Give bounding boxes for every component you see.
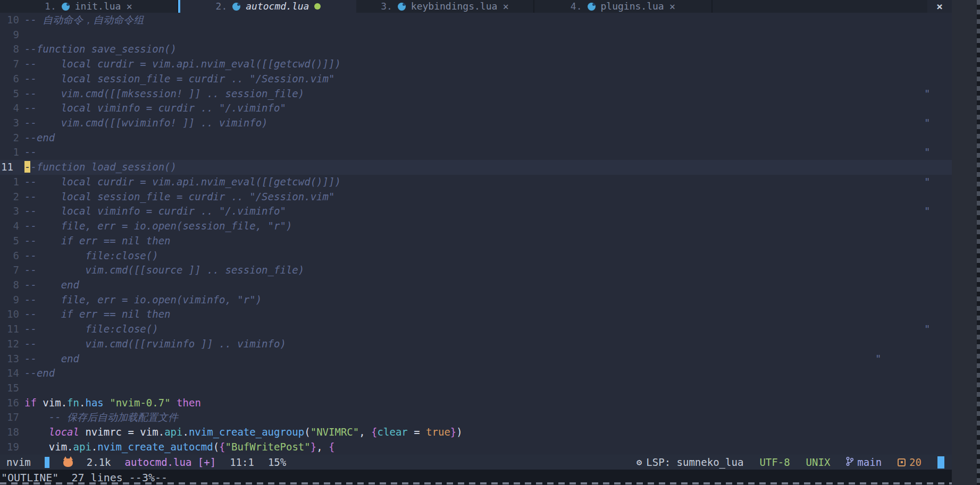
eol-quote-mark: " xyxy=(924,87,930,101)
token: -- xyxy=(24,146,37,158)
line-number: 14 xyxy=(0,366,19,381)
code-text: -- vim.cmd([[mksession! ]] .. session_fi… xyxy=(19,87,304,101)
code-line[interactable]: 7-- vim.cmd([[source ]] .. session_file) xyxy=(0,263,952,278)
file-encoding: UTF-8 xyxy=(759,455,790,470)
token: nvim_create_autocmd xyxy=(97,441,213,453)
token: -- file:close() xyxy=(24,323,158,335)
status-line: nvim2.1kautocmd.lua [+]11:115% ⚙LSP: sum… xyxy=(0,455,952,470)
code-line[interactable]: 10-- 自动命令，自动命令组 xyxy=(0,13,952,28)
scrollbar[interactable] xyxy=(977,0,980,485)
code-text: --end xyxy=(19,366,55,381)
code-text: -- end xyxy=(19,278,79,293)
code-text: --function load_session() xyxy=(19,160,177,175)
line-number: 2 xyxy=(0,190,19,205)
token: -- file, err = io.open(viminfo, "r") xyxy=(24,294,262,305)
statusline-left: nvim2.1kautocmd.lua [+]11:115% xyxy=(0,455,286,470)
code-line[interactable]: 1--" xyxy=(0,145,952,160)
line-number: 1 xyxy=(0,145,19,160)
code-text: --function save_session() xyxy=(19,42,177,57)
code-line[interactable]: 13-- end" xyxy=(0,352,952,367)
line-number: 8 xyxy=(0,42,19,57)
cat-icon xyxy=(63,458,73,467)
code-line[interactable]: 15 xyxy=(0,381,952,396)
code-line[interactable]: 6-- file:close() xyxy=(0,249,952,263)
token: -- vim.cmd([[rviminfo ]] .. viminfo) xyxy=(24,338,286,350)
close-tab-icon[interactable]: × xyxy=(669,0,675,13)
code-line[interactable]: 19 vim.api.nvim_create_autocmd({"BufWrit… xyxy=(0,440,952,455)
code-line[interactable]: 10-- if err == nil then xyxy=(0,307,952,322)
token: -- vim.cmd([[mksession! ]] .. session_fi… xyxy=(24,88,304,99)
code-line[interactable]: 4-- file, err = io.open(session_file, "r… xyxy=(0,219,952,234)
token: -- vim.cmd([[source ]] .. session_file) xyxy=(24,264,304,276)
token: - xyxy=(24,161,30,173)
code-text: -- xyxy=(19,145,37,160)
code-line[interactable]: 2--end xyxy=(0,131,952,146)
code-line[interactable]: 6-- local session_file = curdir .. "/Ses… xyxy=(0,72,952,87)
line-number: 7 xyxy=(0,263,19,278)
line-number: 8 xyxy=(0,278,19,293)
close-tab-icon[interactable]: × xyxy=(126,0,132,13)
token: clear xyxy=(378,426,408,438)
code-line[interactable]: 3-- local viminfo = curdir .. "/.viminfo… xyxy=(0,204,952,219)
token: "BufWritePost" xyxy=(225,441,311,453)
code-text: -- vim.cmd([[rviminfo ]] .. viminfo) xyxy=(19,337,286,352)
code-line[interactable]: 11--function load_session() xyxy=(0,160,952,175)
statusline-right: ⚙LSP: sumneko_luaUTF-8UNIXmain20 xyxy=(636,455,952,470)
tab-label: keybindings.lua xyxy=(411,0,498,13)
code-line[interactable]: 9-- file, err = io.open(viminfo, "r") xyxy=(0,293,952,308)
code-line[interactable]: 5-- vim.cmd([[mksession! ]] .. session_f… xyxy=(0,87,952,101)
token: . xyxy=(79,397,85,409)
token: . xyxy=(91,441,97,453)
lsp-status: ⚙LSP: sumneko_lua xyxy=(636,455,743,470)
code-line[interactable]: 7-- local curdir = vim.api.nvim_eval([[g… xyxy=(0,57,952,72)
token: , xyxy=(359,426,371,438)
tab-index: 4. xyxy=(571,0,582,13)
token: -- end xyxy=(24,279,79,291)
code-line[interactable]: 3-- vim.cmd([[wviminfo! ]] .. viminfo)" xyxy=(0,116,952,131)
tab-size-label: 20 xyxy=(909,455,922,470)
tab-keybindings.lua[interactable]: 3.keybindings.lua× xyxy=(356,0,534,13)
tab-index: 1. xyxy=(45,0,56,13)
token: ( xyxy=(213,441,219,453)
code-line[interactable]: 4-- local viminfo = curdir .. "/.viminfo… xyxy=(0,101,952,116)
code-text: -- 保存后自动加载配置文件 xyxy=(19,410,178,425)
code-line[interactable]: 9 xyxy=(0,28,952,42)
token: nvimrc = vim. xyxy=(79,426,164,438)
line-number: 9 xyxy=(0,28,19,42)
token: -- local curdir = vim.api.nvim_eval([[ge… xyxy=(24,176,341,188)
code-line[interactable]: 11-- file:close()" xyxy=(0,322,952,337)
eol-quote-mark: " xyxy=(875,352,881,367)
code-line[interactable]: 8-- end xyxy=(0,278,952,293)
tab-size: 20 xyxy=(898,455,922,470)
tab-bar-spacer xyxy=(713,0,927,13)
code-editor[interactable]: 10-- 自动命令，自动命令组98--function save_session… xyxy=(0,13,952,455)
code-line[interactable]: 14--end xyxy=(0,366,952,381)
tab-init.lua[interactable]: 1.init.lua× xyxy=(0,0,178,13)
token: --function save_session() xyxy=(24,43,177,55)
code-line[interactable]: 5-- if err == nil then xyxy=(0,234,952,249)
right-side-panel xyxy=(952,0,980,485)
tab-autocmd.lua[interactable]: 2.autocmd.lua xyxy=(178,0,356,13)
line-number: 5 xyxy=(0,87,19,101)
code-text: -- end xyxy=(19,352,79,367)
code-text: -- if err == nil then xyxy=(19,307,171,322)
close-tab-icon[interactable]: × xyxy=(502,0,508,13)
code-text xyxy=(19,381,24,396)
code-line[interactable]: 17 -- 保存后自动加载配置文件 xyxy=(0,410,952,425)
code-line[interactable]: 18 local nvimrc = vim.api.nvim_create_au… xyxy=(0,425,952,440)
token: vim. xyxy=(37,397,67,409)
line-number: 9 xyxy=(0,293,19,308)
close-all-icon[interactable]: × xyxy=(927,0,952,13)
code-text: -- local viminfo = curdir .. "/.viminfo" xyxy=(19,204,286,219)
token: -- local viminfo = curdir .. "/.viminfo" xyxy=(24,102,286,114)
token: -- vim.cmd([[wviminfo! ]] .. viminfo) xyxy=(24,117,268,129)
code-line[interactable]: 2-- local session_file = curdir .. "/Ses… xyxy=(0,190,952,205)
line-number: 13 xyxy=(0,352,19,367)
code-line[interactable]: 12-- vim.cmd([[rviminfo ]] .. viminfo) xyxy=(0,337,952,352)
token: vim. xyxy=(24,441,73,453)
tab-plugins.lua[interactable]: 4.plugins.lua× xyxy=(534,0,713,13)
code-line[interactable]: 1-- local curdir = vim.api.nvim_eval([[g… xyxy=(0,175,952,190)
eol-quote-mark: " xyxy=(924,175,930,190)
code-line[interactable]: 16if vim.fn.has "nvim-0.7" then xyxy=(0,396,952,411)
code-line[interactable]: 8--function save_session() xyxy=(0,42,952,57)
